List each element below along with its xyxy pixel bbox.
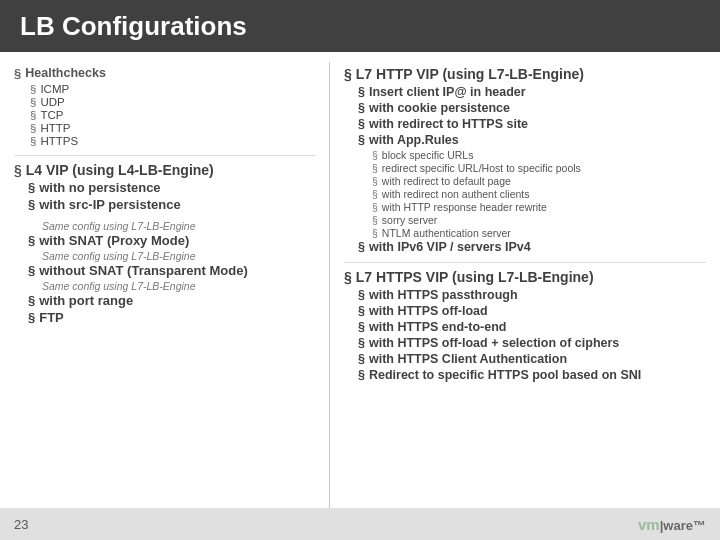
bullet-icon: § [30, 109, 36, 121]
healthchecks-section: § Healthchecks § ICMP § UDP § TCP § HTTP… [14, 66, 315, 147]
l7-http-section: § L7 HTTP VIP (using L7-LB-Engine) § Ins… [344, 66, 706, 254]
list-item: § TCP [30, 109, 315, 121]
vmware-logo: vm|ware™ [638, 516, 706, 533]
bullet-icon: § [372, 162, 378, 174]
bullet-icon: § [358, 304, 365, 318]
left-column: § Healthchecks § ICMP § UDP § TCP § HTTP… [0, 62, 330, 518]
l4-vip-section: § L4 VIP (using L4-LB-Engine) § with no … [14, 162, 315, 212]
bullet-icon: § [30, 135, 36, 147]
footer: 23 vm|ware™ [0, 508, 720, 540]
ipv6-item: § with IPv6 VIP / servers IPv4 [358, 240, 706, 254]
italic-note: Same config using L7-LB-Engine [42, 280, 315, 292]
list-item: § Redirect to specific HTTPS pool based … [358, 368, 706, 382]
italic-note: Same config using L7-LB-Engine [42, 220, 315, 232]
list-item: § Insert client IP@ in header [358, 85, 706, 99]
content-area: § Healthchecks § ICMP § UDP § TCP § HTTP… [0, 52, 720, 528]
ftp-item: § FTP [28, 310, 315, 325]
list-item: § HTTPS [30, 135, 315, 147]
header: LB Configurations [0, 0, 720, 52]
list-item: § with HTTP response header rewrite [372, 201, 706, 213]
list-item: § with HTTPS end-to-end [358, 320, 706, 334]
bullet-icon: § [358, 117, 365, 131]
list-item: § with no persistence [28, 180, 315, 195]
list-item: § redirect specific URL/Host to specific… [372, 162, 706, 174]
bullet-icon: § [358, 240, 365, 254]
vmware-logo-text: vm|ware™ [638, 516, 706, 533]
list-item: § with redirect to default page [372, 175, 706, 187]
bullet-icon: § [358, 320, 365, 334]
bullet-icon: § [30, 83, 36, 95]
bullet-icon: § [358, 101, 365, 115]
list-item: § sorry server [372, 214, 706, 226]
bullet-icon: § [358, 133, 365, 147]
no-snat-item: § without SNAT (Transparent Mode) [28, 263, 315, 278]
bullet-icon: § [372, 214, 378, 226]
list-item: § with HTTPS Client Authentication [358, 352, 706, 366]
l4-vip-title: § L4 VIP (using L4-LB-Engine) [14, 162, 315, 178]
list-item: § with HTTPS off-load [358, 304, 706, 318]
snat-item: § with SNAT (Proxy Mode) [28, 233, 315, 248]
list-item: § ICMP [30, 83, 315, 95]
list-item: § with redirect to HTTPS site [358, 117, 706, 131]
bullet-icon: § [358, 352, 365, 366]
bullet-icon: § [28, 180, 35, 195]
list-item: § block specific URLs [372, 149, 706, 161]
right-column: § L7 HTTP VIP (using L7-LB-Engine) § Ins… [330, 62, 720, 518]
divider [344, 262, 706, 263]
bullet-icon: § [28, 263, 35, 278]
bullet-icon: § [344, 269, 352, 285]
bullet-icon: § [358, 85, 365, 99]
page-number: 23 [14, 517, 28, 532]
page-title: LB Configurations [20, 11, 247, 42]
list-item: § NTLM authentication server [372, 227, 706, 239]
bullet-icon: § [30, 96, 36, 108]
bullet-icon: § [372, 201, 378, 213]
healthchecks-title: § Healthchecks [14, 66, 315, 81]
bullet-icon: § [28, 310, 35, 325]
bullet-icon: § [372, 188, 378, 200]
bullet-icon: § [28, 233, 35, 248]
italic-note: Same config using L7-LB-Engine [42, 250, 315, 262]
port-range-item: § with port range [28, 293, 315, 308]
bullet-icon: § [358, 288, 365, 302]
bullet-icon: § [358, 336, 365, 350]
list-item: § with HTTPS off-load + selection of cip… [358, 336, 706, 350]
list-item: § with redirect non authent clients [372, 188, 706, 200]
bullet-icon: § [30, 122, 36, 134]
list-item: § with cookie persistence [358, 101, 706, 115]
list-item: § with App.Rules [358, 133, 706, 147]
bullet-icon: § [14, 162, 22, 178]
bullet-icon: § [344, 66, 352, 82]
list-item: § with src-IP persistence [28, 197, 315, 212]
divider [14, 155, 315, 156]
l7-https-section: § L7 HTTPS VIP (using L7-LB-Engine) § wi… [344, 269, 706, 382]
l7-https-title: § L7 HTTPS VIP (using L7-LB-Engine) [344, 269, 706, 285]
list-item: § HTTP [30, 122, 315, 134]
list-item: § with HTTPS passthrough [358, 288, 706, 302]
bullet-icon: § [28, 293, 35, 308]
bullet-icon: § [372, 149, 378, 161]
bullet-icon: § [14, 66, 21, 81]
bullet-icon: § [372, 227, 378, 239]
l7-http-title: § L7 HTTP VIP (using L7-LB-Engine) [344, 66, 706, 82]
list-item: § UDP [30, 96, 315, 108]
bullet-icon: § [358, 368, 365, 382]
bullet-icon: § [28, 197, 35, 212]
bullet-icon: § [372, 175, 378, 187]
